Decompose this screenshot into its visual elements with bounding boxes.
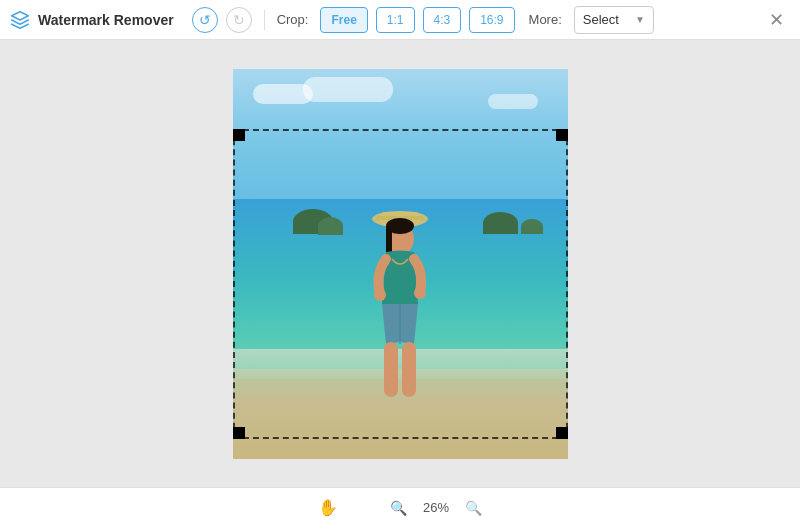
redo-button[interactable]: ↻ bbox=[226, 7, 252, 33]
app-title: Watermark Remover bbox=[38, 12, 174, 28]
zoom-percent: 26% bbox=[423, 500, 449, 515]
crop-1-1-button[interactable]: 1:1 bbox=[376, 7, 415, 33]
zoom-bar: ✋ 🔍 26% 🔍 bbox=[0, 487, 800, 527]
cloud-2 bbox=[488, 94, 538, 109]
close-button[interactable]: ✕ bbox=[762, 6, 790, 34]
svg-point-6 bbox=[374, 289, 386, 301]
person-figure bbox=[350, 194, 450, 434]
chevron-down-icon: ▼ bbox=[635, 14, 645, 25]
undo-icon: ↺ bbox=[199, 12, 211, 28]
more-label: More: bbox=[529, 12, 562, 27]
crop-16-9-button[interactable]: 16:9 bbox=[469, 7, 514, 33]
undo-button[interactable]: ↺ bbox=[192, 7, 218, 33]
crop-label: Crop: bbox=[277, 12, 309, 27]
island-4 bbox=[521, 219, 543, 234]
spacer bbox=[354, 507, 374, 508]
close-icon: ✕ bbox=[769, 9, 784, 31]
crop-4-3-button[interactable]: 4:3 bbox=[423, 7, 462, 33]
island-3 bbox=[483, 212, 518, 234]
image-container bbox=[233, 69, 568, 459]
zoom-out-icon[interactable]: 🔍 bbox=[465, 500, 482, 516]
canvas-area bbox=[0, 40, 800, 487]
cloud-3 bbox=[303, 77, 393, 102]
select-dropdown[interactable]: Select ▼ bbox=[574, 6, 654, 34]
app-logo bbox=[10, 10, 30, 30]
crop-free-button[interactable]: Free bbox=[320, 7, 367, 33]
svg-rect-9 bbox=[384, 342, 398, 397]
separator bbox=[264, 10, 265, 30]
svg-point-7 bbox=[414, 287, 426, 299]
photo bbox=[233, 69, 568, 459]
svg-rect-10 bbox=[402, 342, 416, 397]
island-2 bbox=[318, 217, 343, 235]
hand-tool-icon[interactable]: ✋ bbox=[318, 498, 338, 517]
titlebar: Watermark Remover ↺ ↻ Crop: Free 1:1 4:3… bbox=[0, 0, 800, 40]
zoom-in-icon[interactable]: 🔍 bbox=[390, 500, 407, 516]
redo-icon: ↻ bbox=[233, 12, 245, 28]
